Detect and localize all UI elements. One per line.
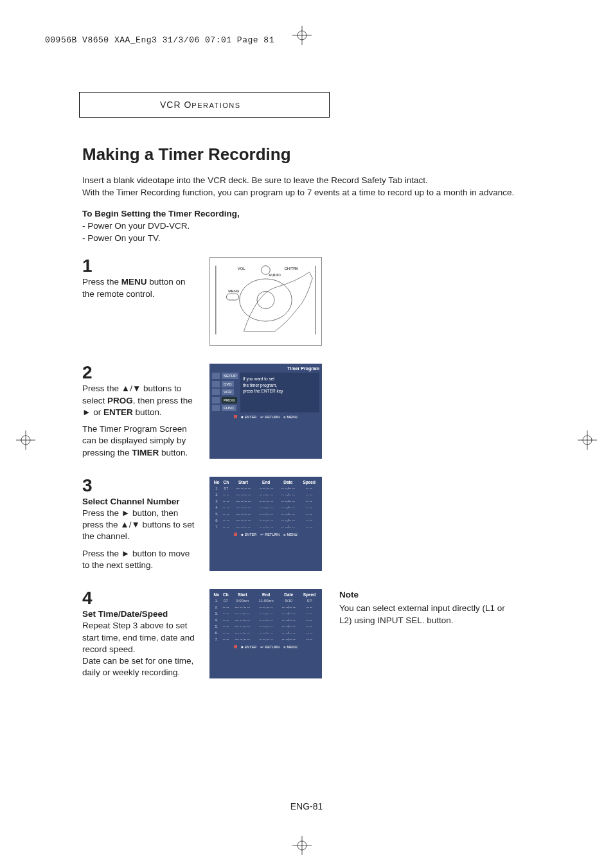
table-cell: -- -- xyxy=(221,623,231,630)
table-cell: --- --:-- -- xyxy=(231,492,255,498)
table-cell: --- --:-- -- xyxy=(231,636,254,642)
table-cell: -- -- xyxy=(221,524,231,530)
osd-screen-channel-table: NoChStartEndDateSpeed 107--- --:-- ---- … xyxy=(209,477,322,571)
table-header: No xyxy=(212,479,221,485)
table-cell: 6. xyxy=(212,630,221,636)
table-row: 6-- ----- --:-- ---- --:-- ---- --/-- --… xyxy=(212,517,319,524)
table-row: 1.079:00am11:00am5/10SP xyxy=(212,598,319,604)
table-cell: --- --:-- -- xyxy=(231,623,254,630)
table-cell: -- -- xyxy=(221,617,231,623)
step-number: 1 xyxy=(82,257,198,275)
table-cell: 4. xyxy=(212,617,221,623)
page-title: Making a Timer Recording xyxy=(82,145,545,164)
table-cell: --- --:-- -- xyxy=(231,604,254,610)
table-cell: 5. xyxy=(212,623,221,630)
table-cell: -- --/-- -- xyxy=(277,498,299,504)
table-cell: 2 xyxy=(212,492,221,498)
table-row: 5-- ----- --:-- ---- --:-- ---- --/-- --… xyxy=(212,511,319,517)
osd-title: Timer Program xyxy=(212,366,319,371)
table-cell: -- -- xyxy=(299,504,319,511)
table-cell: -- --/-- -- xyxy=(278,610,299,617)
page-number: ENG-81 xyxy=(0,801,613,811)
table-cell: -- -- xyxy=(299,524,319,530)
table-cell: 5/10 xyxy=(278,598,299,604)
table-row: 3-- ----- --:-- ---- --:-- ---- --/-- --… xyxy=(212,498,319,504)
table-cell: -- -- xyxy=(221,511,231,517)
table-cell: -- --/-- -- xyxy=(277,511,299,517)
osd-menu-item: VCR xyxy=(222,389,234,395)
table-cell: -- -- xyxy=(299,610,319,617)
table-cell: -- -- xyxy=(299,636,319,642)
table-cell: -- --:-- -- xyxy=(255,517,277,524)
table-cell: -- --:-- -- xyxy=(255,524,277,530)
table-cell: -- --/-- -- xyxy=(277,517,299,524)
crop-mark-icon xyxy=(292,836,312,855)
menu-label: MENU xyxy=(228,290,239,294)
table-header: Speed xyxy=(299,479,319,485)
table-header: End xyxy=(255,479,277,485)
osd-menu-item: SETUP xyxy=(222,373,238,379)
crop-mark-icon xyxy=(16,430,35,450)
svg-point-15 xyxy=(257,292,274,309)
table-cell: 3 xyxy=(212,498,221,504)
table-cell: -- --:-- -- xyxy=(255,485,277,492)
table-cell: -- -- xyxy=(221,610,231,617)
table-cell: 4 xyxy=(212,504,221,511)
table-cell: --- --:-- -- xyxy=(231,630,254,636)
table-cell: -- -- xyxy=(221,517,231,524)
crop-mark-icon xyxy=(578,430,597,450)
table-cell: 6 xyxy=(212,517,221,524)
table-cell: -- -- xyxy=(299,511,319,517)
table-cell: -- --:-- -- xyxy=(254,610,278,617)
table-cell: -- -- xyxy=(299,517,319,524)
table-cell: -- --/-- -- xyxy=(278,617,299,623)
table-row: 4.-- ----- --:-- ---- --:-- ---- --/-- -… xyxy=(212,617,319,623)
table-cell: --- --:-- -- xyxy=(231,511,255,517)
vol-label: VOL xyxy=(238,267,245,271)
osd-footer: ■ ENTER ↩ RETURN ≡ MENU xyxy=(212,645,319,649)
intro-paragraph: Insert a blank videotape into the VCR de… xyxy=(82,175,545,199)
note-body: You can select external input directly (… xyxy=(339,603,506,627)
table-cell: 5 xyxy=(212,511,221,517)
table-header: Speed xyxy=(299,592,319,598)
svg-point-14 xyxy=(240,279,292,321)
step-subtitle: Select Channel Number xyxy=(82,496,198,508)
table-cell: -- --/-- -- xyxy=(278,623,299,630)
table-cell: -- -- xyxy=(221,504,231,511)
step-2: 2 Press the ▲/▼ buttons to select PROG, … xyxy=(82,364,545,458)
table-cell: -- -- xyxy=(299,630,319,636)
table-cell: -- --:-- -- xyxy=(254,617,278,623)
table-header: Start xyxy=(231,479,255,485)
step-number: 3 xyxy=(82,477,198,495)
table-cell: 07 xyxy=(221,485,231,492)
table-cell: -- -- xyxy=(299,617,319,623)
table-header: Ch xyxy=(221,479,231,485)
section-label: VCR OPERATIONS xyxy=(160,100,241,110)
begin-instructions: To Begin Setting the Timer Recording, - … xyxy=(82,208,545,245)
table-cell: 07 xyxy=(221,598,231,604)
table-row: 7-- ----- --:-- ---- --:-- ---- --/-- --… xyxy=(212,524,319,530)
osd-message: If you want to set the timer program, pr… xyxy=(240,373,319,412)
table-cell: -- --/-- -- xyxy=(278,636,299,642)
table-cell: 11:00am xyxy=(254,598,278,604)
note-block: Note You can select external input direc… xyxy=(339,589,506,627)
table-cell: --- --:-- -- xyxy=(231,617,254,623)
osd-screen-timer-program: Timer Program SETUP DVD VCR PROG FUNC If… xyxy=(209,364,322,458)
table-cell: -- -- xyxy=(299,485,319,492)
table-cell: -- -- xyxy=(299,604,319,610)
table-row: 2-- ----- --:-- ---- --:-- ---- --/-- --… xyxy=(212,492,319,498)
crop-mark-icon xyxy=(292,26,312,45)
step-number: 2 xyxy=(82,364,198,382)
table-cell: -- --:-- -- xyxy=(254,630,278,636)
table-cell: 7 xyxy=(212,524,221,530)
table-cell: -- -- xyxy=(221,604,231,610)
table-cell: 1. xyxy=(212,598,221,604)
remote-illustration: VOL AUDIO MENU CH/TRK xyxy=(209,257,322,346)
table-cell: --- --:-- -- xyxy=(231,504,255,511)
osd-footer: ■ ENTER ↩ RETURN ≡ MENU xyxy=(212,533,319,536)
table-cell: -- -- xyxy=(299,498,319,504)
table-cell: -- --:-- -- xyxy=(255,498,277,504)
table-header: Date xyxy=(277,479,299,485)
svg-point-12 xyxy=(262,266,271,275)
table-row: 3.-- ----- --:-- ---- --:-- ---- --/-- -… xyxy=(212,610,319,617)
